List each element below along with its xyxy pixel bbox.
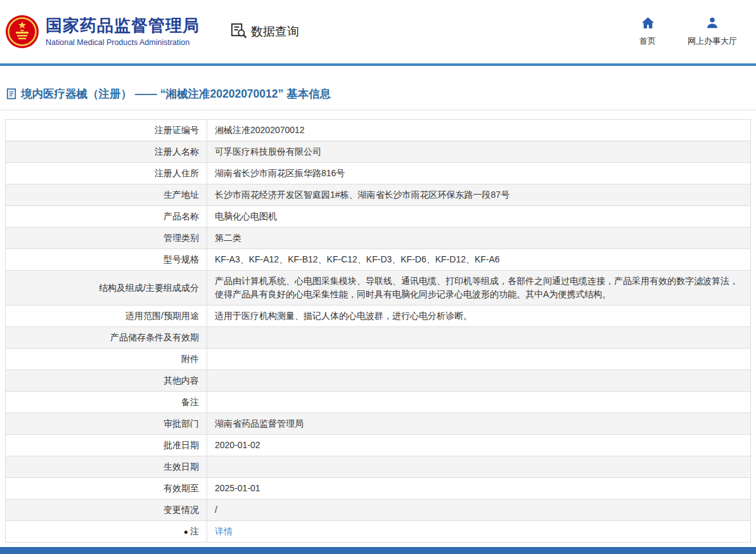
row-value: KF-A3、KF-A12、KF-B12、KF-C12、KF-D3、KF-D6、K… [207, 249, 751, 271]
org-name-en: National Medical Products Administration [46, 38, 200, 47]
row-label: 附件 [6, 349, 207, 370]
table-row: 其他内容 [6, 370, 751, 392]
table-row: 适用范围/预期用途适用于医疗机构测量、描记人体的心电波群，进行心电分析诊断。 [6, 306, 751, 327]
footer-bar [0, 547, 756, 554]
row-label: 审批部门 [6, 413, 207, 435]
row-value [207, 456, 751, 478]
row-label: 批准日期 [6, 435, 207, 456]
row-value: 可孚医疗科技股份有限公司 [207, 141, 751, 163]
national-emblem-icon [5, 15, 39, 49]
brand-text: 国家药品监督管理局 National Medical Products Admi… [46, 16, 200, 47]
org-name-cn: 国家药品监督管理局 [46, 16, 200, 35]
row-value: 产品由计算机系统、心电图采集模块、导联线、通讯电缆、打印机等组成，各部件之间通过… [207, 271, 751, 306]
data-query-label: 数据查询 [251, 23, 299, 40]
table-row: 审批部门湖南省药品监督管理局 [6, 413, 751, 435]
main-content: 境内医疗器械（注册） —— “湘械注准20202070012” 基本信息 注册证… [0, 66, 756, 547]
nav-service-hall[interactable]: 网上办事大厅 [688, 16, 737, 47]
nav-service-hall-label: 网上办事大厅 [688, 35, 737, 47]
row-label: 适用范围/预期用途 [6, 306, 207, 327]
row-label: 结构及组成/主要组成成分 [6, 271, 207, 306]
row-label: 生效日期 [6, 456, 207, 478]
table-row: 管理类别第二类 [6, 228, 751, 249]
page-title-text: 境内医疗器械（注册） —— “湘械注准20202070012” 基本信息 [21, 86, 331, 101]
title-divider [0, 110, 756, 110]
row-label: 注册证编号 [6, 120, 207, 141]
table-row: ●注详情 [6, 521, 751, 543]
row-value: 第二类 [207, 228, 751, 249]
row-label: 有效期至 [6, 478, 207, 499]
row-label: 产品名称 [6, 206, 207, 228]
row-label: 型号规格 [6, 249, 207, 271]
page-title: 境内医疗器械（注册） —— “湘械注准20202070012” 基本信息 [6, 86, 756, 101]
table-row: 有效期至2025-01-01 [6, 478, 751, 499]
table-row: 备注 [6, 392, 751, 413]
document-icon [6, 88, 16, 100]
table-row: 生效日期 [6, 456, 751, 478]
row-value [207, 327, 751, 349]
note-dot-icon: ● [184, 526, 188, 538]
row-value: 2020-01-02 [207, 435, 751, 456]
row-value: / [207, 499, 751, 521]
row-label: 变更情况 [6, 499, 207, 521]
row-label: 注册人住所 [6, 163, 207, 184]
row-label: 产品储存条件及有效期 [6, 327, 207, 349]
row-value: 湘械注准20202070012 [207, 120, 751, 141]
home-icon [641, 16, 655, 31]
top-nav: 首页 网上办事大厅 [639, 16, 756, 47]
data-query-nav[interactable]: 数据查询 [230, 22, 299, 42]
table-row: 型号规格KF-A3、KF-A12、KF-B12、KF-C12、KF-D3、KF-… [6, 249, 751, 271]
row-label: 备注 [6, 392, 207, 413]
site-header: 国家药品监督管理局 National Medical Products Admi… [0, 0, 756, 63]
table-row: 结构及组成/主要组成成分产品由计算机系统、心电图采集模块、导联线、通讯电缆、打印… [6, 271, 751, 306]
row-value: 长沙市雨花经济开发区智庭园1#栋、湖南省长沙市雨花区环保东路一段87号 [207, 184, 751, 206]
table-row: 注册人住所湖南省长沙市雨花区振华路816号 [6, 163, 751, 184]
registration-info-table: 注册证编号湘械注准20202070012注册人名称可孚医疗科技股份有限公司注册人… [5, 119, 751, 543]
row-value [207, 392, 751, 413]
row-label: 注册人名称 [6, 141, 207, 163]
row-value: 电脑化心电图机 [207, 206, 751, 228]
detail-link[interactable]: 详情 [215, 526, 233, 536]
table-row: 产品名称电脑化心电图机 [6, 206, 751, 228]
row-label: 管理类别 [6, 228, 207, 249]
row-label: 其他内容 [6, 370, 207, 392]
data-query-icon [230, 22, 247, 42]
row-value: 适用于医疗机构测量、描记人体的心电波群，进行心电分析诊断。 [207, 306, 751, 327]
row-label: 生产地址 [6, 184, 207, 206]
brand-home-link[interactable]: 国家药品监督管理局 National Medical Products Admi… [5, 15, 200, 49]
row-value [207, 370, 751, 392]
table-row: 产品储存条件及有效期 [6, 327, 751, 349]
table-row: 注册人名称可孚医疗科技股份有限公司 [6, 141, 751, 163]
nav-home-label: 首页 [639, 35, 656, 47]
row-value: 详情 [207, 521, 751, 543]
row-value [207, 349, 751, 370]
table-row: 附件 [6, 349, 751, 370]
table-row: 变更情况/ [6, 499, 751, 521]
row-value: 湖南省长沙市雨花区振华路816号 [207, 163, 751, 184]
user-icon [706, 16, 719, 31]
table-row: 批准日期2020-01-02 [6, 435, 751, 456]
row-value: 湖南省药品监督管理局 [207, 413, 751, 435]
table-row: 注册证编号湘械注准20202070012 [6, 120, 751, 141]
table-row: 生产地址长沙市雨花经济开发区智庭园1#栋、湖南省长沙市雨花区环保东路一段87号 [6, 184, 751, 206]
row-label: ●注 [6, 521, 207, 543]
row-value: 2025-01-01 [207, 478, 751, 499]
nav-home[interactable]: 首页 [639, 16, 656, 47]
